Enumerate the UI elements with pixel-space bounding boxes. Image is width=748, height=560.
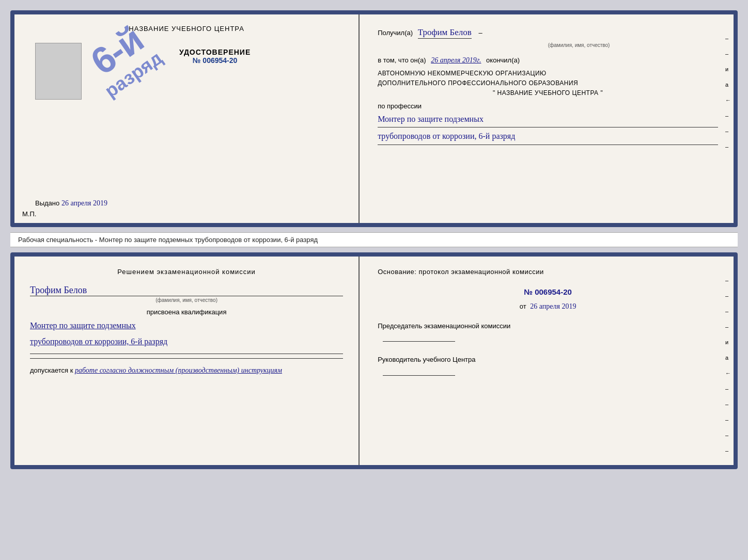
poprofessii-label: по профессии <box>378 102 718 110</box>
qual-line2-bottom: трубопроводов от коррозии, 6-й разряд <box>30 334 343 349</box>
fio-label-top: (фамилия, имя, отчество) <box>440 41 718 50</box>
predsedatel-signature-line <box>383 341 455 342</box>
poluchil-label: Получил(а) <box>378 29 413 37</box>
osnovanie-header: Основание: протокол экзаменационной коми… <box>378 267 718 277</box>
vydano-line: Выдано 26 апреля 2019 <box>35 199 343 207</box>
protocol-number-block: № 006954-20 <box>378 287 718 296</box>
protocol-number: № 006954-20 <box>378 287 718 296</box>
vtom-prefix: в том, что он(а) <box>378 56 426 64</box>
vydano-date: 26 апреля 2019 <box>61 199 107 207</box>
recipient-name-top: Трофим Белов <box>418 27 472 39</box>
vtom-line: в том, что он(а) 26 апреля 2019г. окончи… <box>378 56 718 65</box>
qual-line1-bottom: Монтер по защите подземных <box>30 318 343 333</box>
certificate-top: НАЗВАНИЕ УЧЕБНОГО ЦЕНТРА 6-й разряд УДОС… <box>10 10 738 227</box>
ot-line: от 26 апреля 2019 <box>378 302 718 311</box>
poluchil-line: Получил(а) Трофим Белов – (фамилия, имя,… <box>378 25 718 50</box>
okonchil-label: окончил(а) <box>486 56 520 64</box>
mp-line: М.П. <box>22 210 36 218</box>
org-line3: " НАЗВАНИЕ УЧЕБНОГО ЦЕНТРА " <box>378 88 718 98</box>
udostoverenie-block: УДОСТОВЕРЕНИЕ № 006954-20 <box>179 48 251 65</box>
blank-line-1 <box>30 354 343 354</box>
org-block: АВТОНОМНУЮ НЕКОММЕРЧЕСКУЮ ОРГАНИЗАЦИЮ ДО… <box>378 69 718 99</box>
dopuskaetsya-label: допускается к <box>30 366 73 374</box>
cert-bottom-right: Основание: протокол экзаменационной коми… <box>360 257 734 465</box>
vydano-label: Выдано <box>35 199 59 207</box>
photo-placeholder <box>35 43 82 100</box>
cert-left-top: НАЗВАНИЕ УЧЕБНОГО ЦЕНТРА 6-й разряд УДОС… <box>14 14 360 223</box>
school-name-top: НАЗВАНИЕ УЧЕБНОГО ЦЕНТРА <box>129 25 244 33</box>
middle-label: Рабочая специальность - Монтер по защите… <box>10 232 738 247</box>
org-line2: ДОПОЛНИТЕЛЬНОГО ПРОФЕССИОНАЛЬНОГО ОБРАЗО… <box>378 78 718 88</box>
org-line1: АВТОНОМНУЮ НЕКОММЕРЧЕСКУЮ ОРГАНИЗАЦИЮ <box>378 69 718 78</box>
date-handwritten-top: 26 апреля 2019г. <box>431 56 481 64</box>
dopusk-text: работе согласно должностным (производств… <box>75 366 282 374</box>
predsedatel-label: Председатель экзаменационной комиссии <box>378 321 718 331</box>
dash1: – <box>478 29 482 37</box>
cert-right-top: Получил(а) Трофим Белов – (фамилия, имя,… <box>360 14 734 223</box>
predsedatel-block: Председатель экзаменационной комиссии <box>378 321 718 342</box>
middle-label-text: Рабочая специальность - Монтер по защите… <box>18 236 318 244</box>
qual-line2-top: трубопроводов от коррозии, 6-й разряд <box>378 129 718 145</box>
ot-date: 26 апреля 2019 <box>530 302 576 310</box>
qual-line1-top: Монтер по защите подземных <box>378 112 718 127</box>
rukovoditel-block: Руководитель учебного Центра <box>378 355 718 376</box>
ot-prefix: от <box>520 302 526 310</box>
rukovoditel-signature-line <box>383 375 455 376</box>
prisvoena-label: присвоена квалификация <box>30 308 343 316</box>
certificate-bottom: Решением экзаменационной комиссии Трофим… <box>10 252 738 469</box>
qual-block-bottom: Монтер по защите подземных трубопроводов… <box>30 318 343 350</box>
bottom-recipient-name: Трофим Белов <box>30 285 343 296</box>
reshenie-header: Решением экзаменационной комиссии <box>30 267 343 277</box>
rukovoditel-label: Руководитель учебного Центра <box>378 355 718 365</box>
right-side-letters-top: – – и а ← – – – <box>725 35 731 150</box>
page-wrapper: НАЗВАНИЕ УЧЕБНОГО ЦЕНТРА 6-й разряд УДОС… <box>10 10 738 469</box>
cert-number-top: № 006954-20 <box>179 56 251 65</box>
dopuskaetsya-block: допускается к работе согласно должностны… <box>30 366 343 375</box>
stamp-text-small: разряд <box>64 21 204 127</box>
right-side-letters-bottom: – – – – и а ← – – – – – <box>725 277 731 454</box>
udostoverenie-title: УДОСТОВЕРЕНИЕ <box>179 48 251 56</box>
cert-bottom-left: Решением экзаменационной комиссии Трофим… <box>14 257 360 465</box>
blank-line-2 <box>30 358 343 359</box>
qualification-block-top: Монтер по защите подземных трубопроводов… <box>378 112 718 145</box>
bottom-fio-label: (фамилия, имя, отчество) <box>30 297 343 303</box>
bottom-recipient-block: Трофим Белов (фамилия, имя, отчество) <box>30 285 343 303</box>
